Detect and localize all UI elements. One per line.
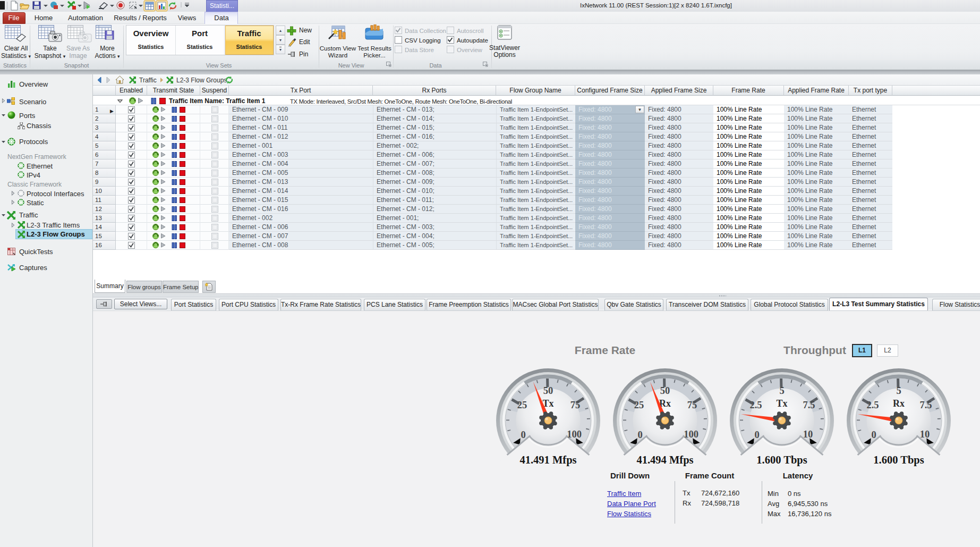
svg-text:75: 75 [570,400,581,410]
svg-text:0: 0 [871,430,876,440]
svg-text:50: 50 [660,385,670,396]
svg-text:10: 10 [803,429,813,440]
svg-text:0: 0 [754,430,759,440]
svg-text:7.5: 7.5 [919,400,932,410]
svg-text:2.5: 2.5 [749,400,762,410]
svg-text:2.5: 2.5 [866,400,879,410]
svg-text:25: 25 [517,400,527,410]
svg-text:5: 5 [896,385,901,396]
svg-text:25: 25 [634,400,644,410]
svg-text:100: 100 [567,429,582,440]
svg-text:75: 75 [687,400,697,410]
svg-text:50: 50 [543,385,553,396]
svg-text:0: 0 [637,430,642,440]
svg-text:100: 100 [684,429,698,440]
svg-text:7.5: 7.5 [803,400,815,410]
svg-text:5: 5 [779,385,784,396]
svg-text:10: 10 [920,429,930,440]
svg-text:Tx: Tx [776,398,787,409]
svg-text:Rx: Rx [893,398,905,409]
svg-text:0: 0 [521,430,525,440]
